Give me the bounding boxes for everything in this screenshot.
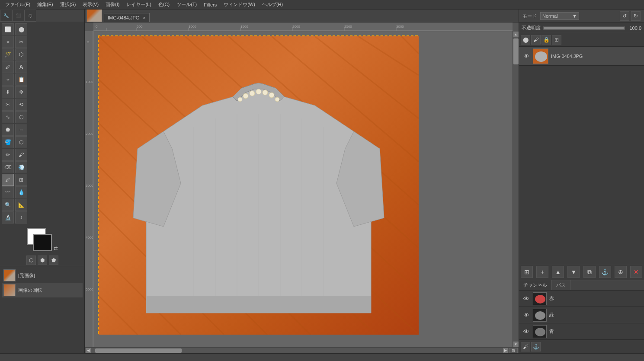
tool-select-by-color[interactable]: ⬡ bbox=[15, 48, 27, 61]
menu-layer[interactable]: レイヤー(L) bbox=[123, 0, 154, 9]
tool-misc-1[interactable]: ⬡ bbox=[26, 256, 36, 265]
channel-blue-visibility[interactable]: 👁 bbox=[522, 327, 531, 336]
menu-image[interactable]: 画像(I) bbox=[102, 0, 123, 9]
tool-paintbrush[interactable]: 🖌 bbox=[15, 149, 27, 161]
history-item-rotate[interactable]: 画像の回転 bbox=[2, 283, 83, 297]
right-panel: モード Normal ▼ ↺ ↻ 不透明度 100.0 ⬤ 🖌 🔒 ⊞ bbox=[519, 10, 644, 353]
scrollbar-left-btn[interactable]: ◀ bbox=[86, 348, 91, 353]
channels-tab[interactable]: チャンネル bbox=[519, 280, 552, 290]
tool-paths[interactable]: 🖊 bbox=[2, 61, 14, 73]
tool-zoom[interactable]: 🔍 bbox=[2, 199, 14, 211]
channel-green[interactable]: 👁 緑 bbox=[519, 307, 644, 323]
tool-flip[interactable]: ↔ bbox=[15, 124, 27, 136]
new-layer-btn[interactable]: + bbox=[536, 266, 548, 278]
menu-filters[interactable]: Filters bbox=[200, 1, 220, 8]
menu-edit[interactable]: 編集(E) bbox=[34, 0, 57, 9]
tool-move[interactable]: ✥ bbox=[15, 86, 27, 98]
lower-layer-btn[interactable]: ▼ bbox=[567, 266, 580, 278]
merge-visible-btn[interactable]: ⊕ bbox=[615, 266, 627, 278]
raise-layer-btn[interactable]: ▲ bbox=[552, 266, 564, 278]
tool-color-pick[interactable]: 🔬 bbox=[2, 211, 14, 224]
tool-ellipse-select[interactable]: ⬤ bbox=[15, 23, 27, 35]
tool-misc-3[interactable]: ⬟ bbox=[49, 256, 58, 265]
tool-rotate[interactable]: ⟲ bbox=[15, 99, 27, 111]
tool-fuzzy-select[interactable]: 🪄 bbox=[2, 48, 14, 61]
toolbox-tab-tools[interactable]: 🔧 bbox=[0, 10, 12, 22]
menu-select[interactable]: 選択(S) bbox=[57, 0, 80, 9]
canvas-tab-main[interactable]: IMG-0484.JPG × bbox=[104, 13, 150, 22]
scrollbar-down-btn[interactable]: ▼ bbox=[513, 342, 519, 347]
tool-scale[interactable]: ⤡ bbox=[2, 111, 14, 123]
undo-btn[interactable]: ↺ bbox=[620, 11, 629, 21]
tool-free-select[interactable]: ⌖ bbox=[2, 36, 14, 48]
tool-clone[interactable]: 📋 bbox=[15, 73, 27, 86]
tool-text[interactable]: A bbox=[15, 61, 27, 73]
channel-preserve-btn[interactable]: 🖌 bbox=[521, 342, 530, 351]
tool-align[interactable]: ⬍ bbox=[2, 86, 14, 98]
tool-dodge[interactable]: 💧 bbox=[15, 186, 27, 198]
svg-text:2000: 2000 bbox=[292, 25, 300, 29]
delete-layer-btn[interactable]: ✕ bbox=[630, 266, 642, 278]
menu-window[interactable]: ウィンドウ(W) bbox=[220, 0, 259, 9]
channel-green-visibility[interactable]: 👁 bbox=[522, 310, 531, 320]
tool-heal[interactable]: ⌖ bbox=[2, 73, 14, 86]
tool-measure[interactable]: 📐 bbox=[15, 199, 27, 211]
scrollbar-horizontal[interactable]: ◀ ▶ ⊞ bbox=[85, 347, 519, 353]
scrollbar-right-btn[interactable]: ▶ bbox=[503, 348, 508, 353]
channel-red-visibility[interactable]: 👁 bbox=[522, 294, 531, 303]
tool-airbrush[interactable]: 💨 bbox=[15, 161, 27, 173]
svg-point-62 bbox=[535, 311, 545, 320]
scrollbar-vertical[interactable]: ▲ ▼ bbox=[513, 31, 519, 347]
foreground-color[interactable] bbox=[33, 234, 52, 251]
layer-btn-preserve-trans[interactable]: ⬤ bbox=[521, 35, 530, 45]
canvas-tabs: IMG-0484.JPG × bbox=[85, 10, 519, 22]
mode-dropdown[interactable]: Normal ▼ bbox=[540, 12, 579, 20]
opacity-slider[interactable] bbox=[543, 26, 625, 30]
layer-btn-lock-position[interactable]: 🔒 bbox=[541, 35, 551, 45]
canvas-fit-btn[interactable]: ⊞ bbox=[509, 348, 518, 353]
anchor-layer-btn[interactable]: ⚓ bbox=[599, 266, 611, 278]
tool-eraser[interactable]: ⌫ bbox=[2, 161, 14, 173]
history-item-original[interactable]: [元画像] bbox=[2, 268, 83, 283]
menu-help[interactable]: ヘルプ(H) bbox=[259, 0, 286, 9]
channel-red[interactable]: 👁 赤 bbox=[519, 291, 644, 307]
paths-tab[interactable]: パス bbox=[552, 280, 570, 290]
tool-warp[interactable]: ↕ bbox=[15, 211, 27, 224]
tool-bucket-fill[interactable]: 🪣 bbox=[2, 136, 14, 148]
canvas-scroll-area[interactable] bbox=[93, 31, 513, 347]
scrollbar-thumb-v[interactable] bbox=[513, 38, 519, 64]
tool-crop[interactable]: ✂ bbox=[2, 99, 14, 111]
tool-pencil[interactable]: ✏ bbox=[2, 149, 14, 161]
swap-colors[interactable]: ⇄ bbox=[54, 245, 58, 251]
channel-blue[interactable]: 👁 青 bbox=[519, 323, 644, 340]
redo-btn[interactable]: ↻ bbox=[631, 11, 641, 21]
tool-perspective[interactable]: ⬟ bbox=[2, 124, 14, 136]
tool-shear[interactable]: ⬡ bbox=[15, 111, 27, 123]
tool-blend[interactable]: ⬡ bbox=[15, 136, 27, 148]
channel-anchor-btn[interactable]: ⚓ bbox=[531, 342, 541, 351]
tool-smudge[interactable]: 〰 bbox=[2, 186, 14, 198]
tool-rect-select[interactable]: ⬜ bbox=[2, 23, 14, 35]
layer-btn-preserve-alpha[interactable]: 🖌 bbox=[531, 35, 541, 45]
toolbox-tab-extra[interactable]: ⬡ bbox=[24, 10, 36, 22]
new-layer-group-btn[interactable]: ⊞ bbox=[521, 266, 533, 278]
scrollbar-thumb-h[interactable] bbox=[95, 348, 182, 353]
layer-btn-lock-all[interactable]: ⊞ bbox=[552, 35, 561, 45]
layer-visibility-0[interactable]: 👁 bbox=[522, 51, 531, 61]
canvas-tab-close[interactable]: × bbox=[143, 15, 145, 20]
menu-view[interactable]: 表示(V) bbox=[79, 0, 102, 9]
tool-clone-stamp[interactable]: ⊞ bbox=[15, 174, 27, 186]
layer-item-0[interactable]: 👁 IMG-0484.JPG bbox=[519, 47, 644, 66]
tool-scissors[interactable]: ✂ bbox=[15, 36, 27, 48]
menu-file[interactable]: ファイル(F) bbox=[2, 0, 34, 9]
tool-ink[interactable]: 🖊 bbox=[2, 174, 14, 186]
scrollbar-up-btn[interactable]: ▲ bbox=[513, 32, 519, 37]
opacity-slider-fill bbox=[544, 27, 624, 29]
toolbox-tab-options[interactable]: ⬛ bbox=[12, 10, 24, 22]
duplicate-layer-btn[interactable]: ⧉ bbox=[583, 266, 596, 278]
tool-misc-2[interactable]: ⬢ bbox=[38, 256, 47, 265]
ruler-corner bbox=[85, 22, 93, 31]
menu-color[interactable]: 色(C) bbox=[155, 0, 173, 9]
menu-tools[interactable]: ツール(T) bbox=[173, 0, 200, 9]
color-swatches: ⇄ bbox=[0, 228, 84, 252]
